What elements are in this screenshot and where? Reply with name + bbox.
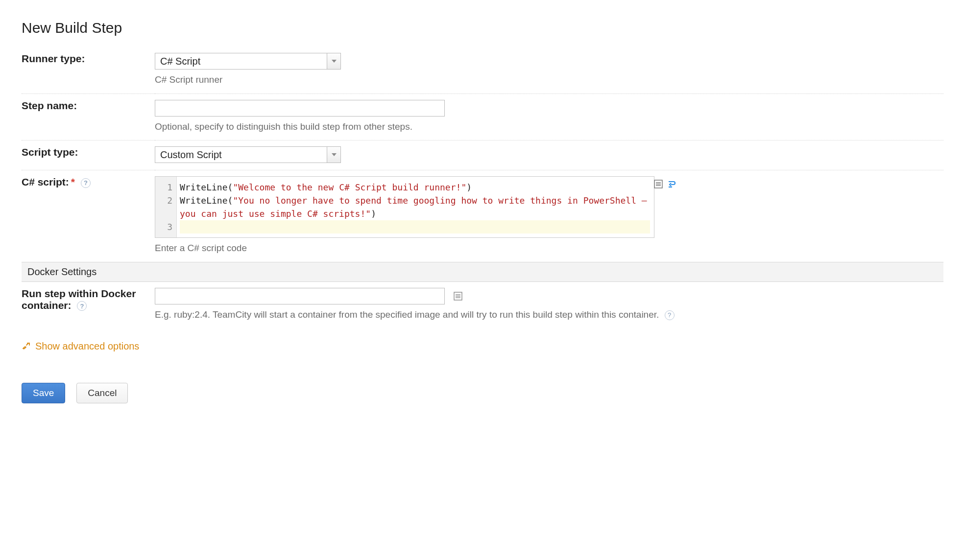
runner-type-label: Runner type: xyxy=(22,47,155,93)
csharp-script-label: C# script:* ? xyxy=(22,170,155,262)
page-title: New Build Step xyxy=(22,20,943,36)
docker-container-helper: E.g. ruby:2.4. TeamCity will start a con… xyxy=(155,308,943,322)
save-button[interactable]: Save xyxy=(22,383,65,403)
script-type-value: Custom Script xyxy=(155,147,327,163)
docker-container-label: Run step within Docker container: ? xyxy=(22,282,155,328)
csharp-script-helper: Enter a C# script code xyxy=(155,242,943,255)
help-icon[interactable]: ? xyxy=(665,310,675,320)
runner-type-helper: C# Script runner xyxy=(155,73,943,87)
cancel-button[interactable]: Cancel xyxy=(76,383,128,403)
runner-type-select[interactable]: C# Script xyxy=(155,53,341,70)
help-icon[interactable]: ? xyxy=(77,301,87,311)
step-name-helper: Optional, specify to distinguish this bu… xyxy=(155,120,943,134)
step-name-input[interactable] xyxy=(155,100,445,117)
wrap-icon[interactable] xyxy=(668,180,676,188)
dropdown-icon xyxy=(327,147,340,163)
dropdown-icon xyxy=(327,53,340,69)
script-type-label: Script type: xyxy=(22,140,155,170)
docker-container-input[interactable] xyxy=(155,288,445,304)
show-advanced-options-link[interactable]: Show advanced options xyxy=(22,341,139,352)
browse-icon[interactable] xyxy=(453,291,463,301)
editor-body[interactable]: WriteLine("Welcome to the new C# Script … xyxy=(177,177,654,237)
docker-settings-header: Docker Settings xyxy=(22,262,943,282)
script-type-select[interactable]: Custom Script xyxy=(155,146,341,163)
csharp-script-editor[interactable]: 1 2 3 WriteLine("Welcome to the new C# S… xyxy=(155,176,654,238)
help-icon[interactable]: ? xyxy=(81,178,91,188)
show-advanced-options-label: Show advanced options xyxy=(35,341,139,352)
required-asterisk: * xyxy=(71,176,75,187)
expand-icon[interactable] xyxy=(654,180,663,188)
editor-gutter: 1 2 3 xyxy=(155,177,177,237)
runner-type-value: C# Script xyxy=(155,53,327,69)
step-name-label: Step name: xyxy=(22,93,155,140)
